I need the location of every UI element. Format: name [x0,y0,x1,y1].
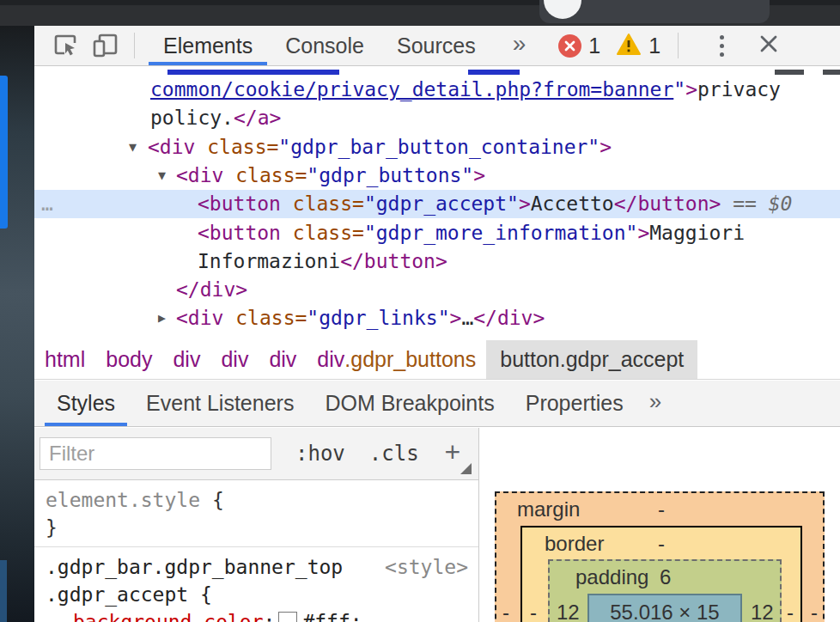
toolbar-separator [134,33,135,58]
dom-node-text: common/cookie/privacy_detail.php?from=ba… [150,76,781,104]
margin-right-value[interactable]: - [811,601,818,622]
dom-node-text: <div class="gdpr_bar_button_container"> [148,133,612,162]
dom-tree-row[interactable]: ▼<div class="gdpr_bar_button_container"> [34,133,840,162]
page-highlight-strip [0,76,8,229]
dom-node-text: Informazioni</button> [198,247,447,276]
resize-corner-icon [460,463,472,474]
padding-top-value[interactable]: 6 [660,565,671,589]
rule-selector-line2: .gdpr_accept { [46,583,212,606]
warning-icon[interactable] [616,33,642,59]
box-model-pane: margin - border - padding 6 - - 12 55.01… [479,428,840,622]
styles-rules-pane: :hov .cls + element.style { } <style>.gd… [34,428,479,622]
dom-tree-row[interactable]: policy.</a> [34,104,840,132]
dom-node-text: policy.</a> [150,104,281,132]
border-left-value[interactable]: - [530,601,537,622]
close-icon[interactable] [753,32,784,59]
error-icon[interactable] [558,34,581,58]
more-tabs-icon[interactable]: » [513,30,527,58]
error-count[interactable]: 1 [588,34,600,58]
colon: : [264,611,276,622]
page-highlight-strip-dim [0,560,7,622]
margin-left-value[interactable]: - [502,601,509,622]
expand-arrow-icon[interactable]: ▼ [129,133,137,162]
box-model-diagram[interactable]: margin - border - padding 6 - - 12 55.01… [495,491,825,622]
rule-selector-line1: .gdpr_bar.gdpr_banner_top [46,556,343,578]
css-property-value[interactable]: #fff; [302,611,362,622]
screen: Elements Console Sources » 1 1 [0,0,840,622]
devtools-menu-icon[interactable] [715,35,729,57]
padding-left-value[interactable]: 12 [557,601,580,622]
page-backdrop [0,26,34,622]
dom-tree-row[interactable]: <button class="gdpr_more_information">Ma… [34,219,840,247]
dom-tree-row[interactable]: Informazioni</button> [34,247,840,276]
gdpr-accept-rule[interactable]: <style>.gdpr_bar.gdpr_banner_top .gdpr_a… [34,547,478,622]
margin-label: margin [517,497,580,521]
border-right-value[interactable]: - [787,601,794,622]
inspect-element-icon[interactable] [52,31,81,60]
new-style-rule-button[interactable]: + [445,436,461,468]
browser-titlebar [0,0,840,26]
dom-tree-row[interactable]: ▼<div class="gdpr_buttons"> [34,162,840,190]
dom-tree-row[interactable]: common/cookie/privacy_detail.php?from=ba… [34,76,840,104]
devtools-panel: Elements Console Sources » 1 1 [34,26,840,622]
padding-right-value[interactable]: 12 [751,601,774,622]
breadcrumb: htmlbodydivdivdivdiv.gdpr_buttonsbutton.… [34,340,840,380]
close-brace: } [46,516,58,539]
element-style-selector: element.style [46,489,200,511]
content-size-value[interactable]: 55.016 × 15 [587,601,742,622]
styles-filter-input[interactable] [40,437,271,470]
device-toolbar-icon[interactable] [91,31,120,60]
devtools-toolbar: Elements Console Sources » 1 1 [34,26,840,66]
breadcrumb-item[interactable]: div [162,340,210,379]
dom-node-text: </div> [176,276,247,304]
padding-label: padding [575,565,648,589]
dom-tree-row[interactable]: …<button class="gdpr_accept">Accetto</bu… [34,190,840,218]
expand-arrow-icon[interactable]: ▼ [158,162,166,190]
breadcrumb-item[interactable]: div [259,340,307,379]
dom-node-text: <button class="gdpr_accept">Accetto</but… [198,190,792,218]
dom-tree-row[interactable]: </div> [34,276,840,304]
dom-tree: common/cookie/privacy_detail.php?from=ba… [34,67,840,341]
tab-properties[interactable]: Properties [514,381,636,426]
margin-top-value[interactable]: - [658,497,665,521]
color-swatch[interactable] [278,612,297,622]
element-classes-toggle[interactable]: .cls [369,442,419,466]
rule-origin[interactable]: <style> [385,553,468,581]
dom-tree-row-clipped [34,67,840,76]
pseudo-state-toggle[interactable]: :hov [295,442,345,466]
css-property-name[interactable]: background-color [73,611,264,622]
collapse-arrow-icon[interactable]: ▶ [158,304,166,332]
toolbar-separator [678,33,679,58]
dom-node-text: <div class="gdpr_links">…</div> [176,304,545,332]
breadcrumb-item[interactable]: html [34,340,95,379]
styles-filter-bar: :hov .cls + [34,428,478,480]
warning-count[interactable]: 1 [648,34,660,58]
dom-tree-row[interactable]: ▶<div class="gdpr_links">…</div> [34,304,840,332]
dom-node-text: <div class="gdpr_buttons"> [176,162,485,190]
tab-dom-breakpoints[interactable]: DOM Breakpoints [313,381,506,426]
styles-sidebar-tabs: Styles Event Listeners DOM Breakpoints P… [34,381,840,427]
row-overflow-dots: … [41,190,53,218]
styles-body: :hov .cls + element.style { } <style>.gd… [34,428,840,622]
tab-styles[interactable]: Styles [45,381,127,426]
tab-sources[interactable]: Sources [382,26,490,65]
border-label: border [545,532,604,556]
more-sidebar-tabs-icon[interactable]: » [649,388,661,415]
tab-console[interactable]: Console [271,26,379,65]
dom-node-text: <button class="gdpr_more_information">Ma… [198,219,745,247]
tab-event-listeners[interactable]: Event Listeners [134,381,306,426]
element-style-rule[interactable]: element.style { } [34,480,478,547]
border-top-value[interactable]: - [658,532,665,556]
breadcrumb-item[interactable]: body [95,340,162,379]
open-brace: { [212,489,224,511]
tab-elements[interactable]: Elements [149,26,267,65]
breadcrumb-item[interactable]: div [210,340,259,379]
breadcrumb-item[interactable]: div.gdpr_buttons [307,340,486,379]
breadcrumb-item[interactable]: button.gdpr_accept [486,340,697,379]
